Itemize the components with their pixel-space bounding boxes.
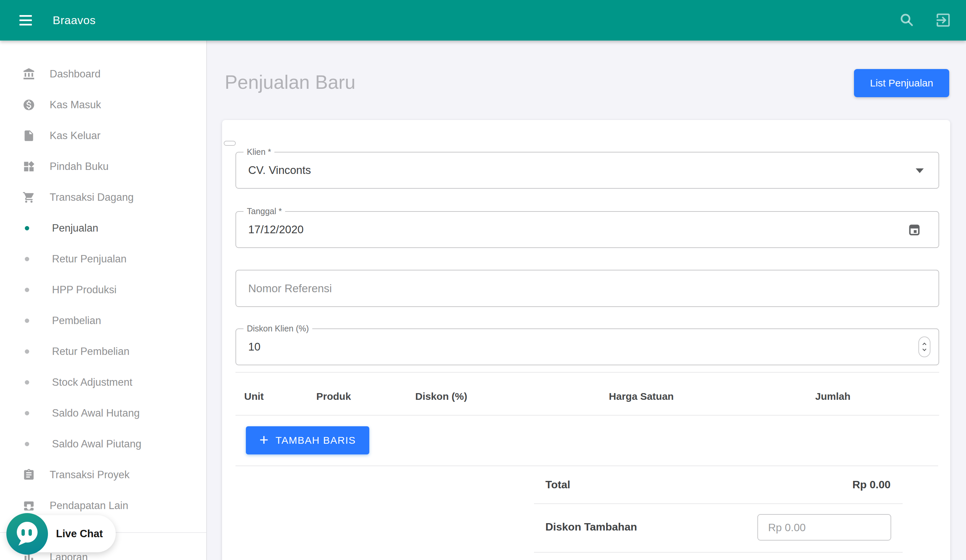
sidebar-item-label: Pindah Buku [50, 160, 109, 173]
clipboard-icon [23, 468, 35, 481]
tambah-baris-button[interactable]: + TAMBAH BARIS [246, 426, 369, 454]
tanggal-label: Tanggal * [243, 206, 285, 216]
sidebar-item-transaksi-proyek[interactable]: Transaksi Proyek [0, 460, 206, 490]
klien-label: Klien * [243, 147, 274, 157]
sidebar-item-retur-pembelian[interactable]: Retur Pembelian [0, 336, 206, 367]
sidebar-item-label: Pembelian [52, 315, 101, 327]
column-header-jumlah: Jumlah [735, 391, 930, 402]
sidebar-item-label: Transaksi Dagang [50, 192, 133, 203]
column-header-produk: Produk [307, 391, 406, 402]
nomor-referensi-field[interactable] [235, 270, 939, 307]
diskon-tambahan-label: Diskon Tambahan [545, 521, 637, 533]
sidebar-item-label: Saldo Awal Hutang [52, 407, 140, 419]
klien-select[interactable]: Klien * CV. Vinconts [235, 152, 939, 189]
chevron-down-icon[interactable] [916, 168, 924, 173]
exit-icon[interactable] [935, 11, 952, 29]
app-title: Braavos [53, 0, 95, 41]
coin-icon [23, 98, 35, 111]
chat-bubble-icon[interactable] [7, 513, 48, 555]
diskon-tambahan-input[interactable]: Rp 0.00 [757, 514, 891, 540]
tanggal-field[interactable]: Tanggal * 17/12/2020 [235, 211, 939, 248]
bank-icon [23, 68, 35, 80]
sidebar-item-label: Saldo Awal Piutang [52, 438, 141, 450]
search-icon[interactable] [898, 11, 916, 29]
sidebar-item-transaksi-dagang[interactable]: Transaksi Dagang [0, 182, 206, 213]
stepper-down-icon [922, 348, 927, 351]
sidebar-item-label: Transaksi Proyek [50, 469, 130, 481]
total-label: Total [545, 478, 570, 491]
sidebar-item-stock-adjustment[interactable]: Stock Adjustment [0, 367, 206, 398]
diskon-klien-label: Diskon Klien (%) [243, 324, 312, 334]
divider [534, 552, 903, 553]
divider [235, 415, 939, 416]
sidebar-item-pindah-buku[interactable]: Pindah Buku [0, 151, 206, 182]
active-bullet-icon [25, 226, 29, 231]
app-root: Braavos Dashboard Kas Masuk Kas Ke [0, 0, 966, 560]
live-chat-label: Live Chat [56, 528, 103, 540]
sidebar-item-saldo-awal-piutang[interactable]: Saldo Awal Piutang [0, 429, 206, 460]
sidebar-item-label: Kas Masuk [50, 99, 101, 111]
stepper-up-icon [922, 342, 927, 345]
diskon-tambahan-value: Rp 0.00 [768, 521, 806, 534]
sidebar-item-kas-masuk[interactable]: Kas Masuk [0, 90, 206, 120]
sales-form-card: Klien * CV. Vinconts Tanggal * 17/12/202… [222, 120, 950, 560]
bullet-icon [25, 350, 29, 354]
bullet-icon [25, 411, 29, 416]
sidebar-item-kas-keluar[interactable]: Kas Keluar [0, 120, 206, 151]
card-handle [224, 141, 236, 146]
sidebar-item-label: Retur Penjualan [52, 253, 127, 265]
klien-value: CV. Vinconts [248, 164, 311, 177]
sidebar-item-label: Penjualan [52, 222, 98, 234]
tambah-baris-label: TAMBAH BARIS [276, 435, 356, 446]
tanggal-value: 17/12/2020 [248, 223, 304, 236]
bullet-icon [25, 288, 29, 292]
sidebar-item-dashboard[interactable]: Dashboard [0, 59, 206, 90]
bullet-icon [25, 319, 29, 323]
sidebar-item-saldo-awal-hutang[interactable]: Saldo Awal Hutang [0, 398, 206, 429]
column-header-unit: Unit [235, 391, 307, 402]
plus-icon: + [259, 431, 269, 449]
cart-icon [23, 191, 35, 204]
divider [235, 465, 938, 466]
document-icon [23, 129, 35, 142]
page-title: Penjualan Baru [225, 71, 356, 93]
sidebar-item-penjualan[interactable]: Penjualan [0, 213, 206, 244]
sidebar-item-label: Retur Pembelian [52, 345, 130, 358]
column-header-diskon: Diskon (%) [406, 391, 547, 402]
items-table-header: Unit Produk Diskon (%) Harga Satuan Juml… [235, 386, 939, 406]
number-stepper[interactable] [918, 336, 930, 357]
sidebar-item-label: Laporan [50, 551, 88, 560]
inbox-icon [23, 499, 35, 512]
nomor-referensi-input[interactable] [248, 270, 886, 306]
sidebar: Dashboard Kas Masuk Kas Keluar Pindah Bu… [0, 41, 207, 560]
bullet-icon [25, 380, 29, 385]
bullet-icon [25, 442, 29, 446]
column-header-harga-satuan: Harga Satuan [547, 391, 735, 402]
diskon-klien-value: 10 [248, 341, 261, 353]
sidebar-item-pembelian[interactable]: Pembelian [0, 305, 206, 336]
app-bar: Braavos [0, 0, 966, 41]
sidebar-item-label: Pendapatan Lain [50, 500, 128, 512]
divider [235, 372, 939, 373]
list-penjualan-button[interactable]: List Penjualan [854, 69, 949, 97]
calendar-icon[interactable] [908, 223, 921, 236]
total-value: Rp 0.00 [852, 478, 890, 491]
hamburger-icon[interactable] [20, 15, 32, 25]
bullet-icon [25, 257, 29, 261]
sidebar-item-hpp-produksi[interactable]: HPP Produksi [0, 275, 206, 305]
sidebar-item-label: Dashboard [50, 68, 100, 80]
diskon-klien-field[interactable]: Diskon Klien (%) 10 [235, 328, 939, 365]
sidebar-item-label: Kas Keluar [50, 130, 100, 142]
sidebar-item-label: HPP Produksi [52, 284, 117, 296]
sidebar-item-retur-penjualan[interactable]: Retur Penjualan [0, 244, 206, 275]
divider [534, 503, 903, 504]
widgets-icon [23, 160, 35, 173]
sidebar-item-label: Stock Adjustment [52, 377, 133, 388]
